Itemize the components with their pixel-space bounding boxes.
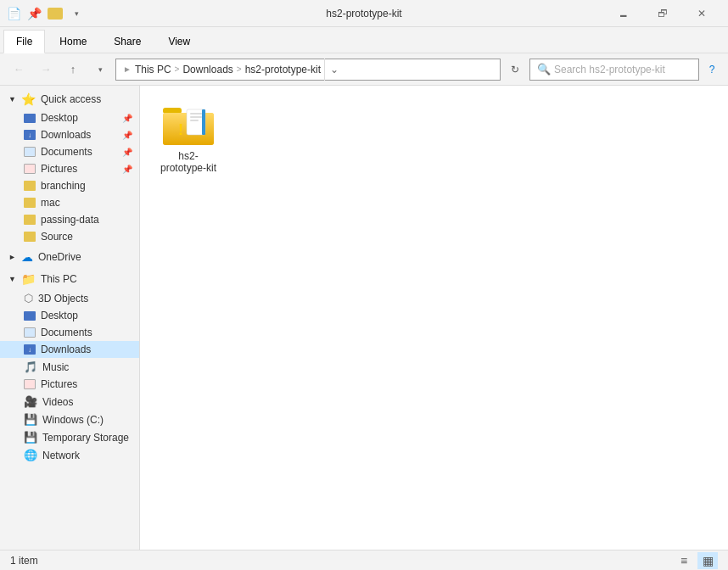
onedrive-header[interactable]: ► ☁ OneDrive <box>0 247 139 267</box>
source-folder-icon <box>24 232 36 242</box>
file-area: ! hs2-prototype-kit <box>140 86 728 550</box>
ribbon-tabs: File Home Share View <box>0 27 728 53</box>
refresh-button[interactable]: ↻ <box>504 59 526 81</box>
sidebar-item-pictures-pc[interactable]: Pictures <box>0 376 139 393</box>
path-sep-1: > <box>175 64 180 74</box>
help-button[interactable]: ? <box>703 59 721 81</box>
pictures-pc-label: Pictures <box>41 378 77 390</box>
thispc-header[interactable]: ▼ 📁 This PC <box>0 269 139 289</box>
dropdown-icon[interactable]: ▾ <box>70 7 83 20</box>
documents-pc-label: Documents <box>41 327 92 338</box>
source-label: Source <box>41 231 73 243</box>
pin-icon: 📌 <box>27 7 41 20</box>
folder-title-icon <box>48 8 63 20</box>
quick-access-header[interactable]: ▼ ⭐ Quick access <box>0 89 139 109</box>
sidebar-item-windows-c[interactable]: 💾 Windows (C:) <box>0 411 139 428</box>
back-button[interactable]: ← <box>7 59 31 81</box>
music-label: Music <box>42 361 69 373</box>
svg-rect-6 <box>190 120 199 121</box>
path-dropdown[interactable]: ⌄ <box>324 59 343 81</box>
file-icon: 📄 <box>7 7 20 20</box>
videos-label: Videos <box>42 396 73 408</box>
sidebar-item-desktop-qa[interactable]: Desktop 📌 <box>0 109 139 126</box>
status-bar: 1 item ≡ ▦ <box>0 550 728 570</box>
pin-indicator-pics: 📌 <box>122 165 132 174</box>
sidebar-item-desktop-pc[interactable]: Desktop <box>0 307 139 324</box>
search-icon: 🔍 <box>537 63 551 75</box>
videos-icon: 🎥 <box>24 395 37 408</box>
tiles-view-button[interactable]: ▦ <box>697 552 718 569</box>
sidebar-item-temp-storage[interactable]: 💾 Temporary Storage <box>0 428 139 446</box>
main-area: ▼ ⭐ Quick access Desktop 📌 ↓ Downloads 📌… <box>0 86 728 550</box>
file-item-label: hs2-prototype-kit <box>157 150 220 174</box>
sidebar-item-documents-qa[interactable]: Documents 📌 <box>0 143 139 160</box>
path-arrow: ► <box>123 64 132 74</box>
downloads-qa-label: Downloads <box>41 129 91 141</box>
path-folder[interactable]: hs2-prototype-kit <box>245 64 321 75</box>
documents-folder-icon <box>24 147 36 157</box>
up-button[interactable]: ↑ <box>61 59 85 81</box>
tab-home[interactable]: Home <box>47 30 99 53</box>
svg-rect-7 <box>202 109 205 135</box>
folder-vscode-icon: ! <box>163 103 214 147</box>
ribbon: File Home Share View <box>0 27 728 53</box>
recent-button[interactable]: ▾ <box>88 59 112 81</box>
sidebar-item-3dobjects[interactable]: ⬡ 3D Objects <box>0 289 139 307</box>
downloads-folder-icon: ↓ <box>24 130 36 140</box>
maximize-button[interactable]: 🗗 <box>643 0 682 27</box>
tab-share[interactable]: Share <box>101 30 154 53</box>
search-placeholder: Search hs2-prototype-kit <box>554 64 665 75</box>
path-downloads[interactable]: Downloads <box>182 64 232 75</box>
quick-access-label: Quick access <box>41 93 101 105</box>
address-path[interactable]: ► This PC > Downloads > hs2-prototype-ki… <box>115 59 501 81</box>
sidebar-item-pictures-qa[interactable]: Pictures 📌 <box>0 160 139 177</box>
sidebar-item-music[interactable]: 🎵 Music <box>0 358 139 376</box>
forward-button[interactable]: → <box>34 59 58 81</box>
desktop-qa-label: Desktop <box>41 112 78 124</box>
sidebar-item-mac[interactable]: mac <box>0 194 139 211</box>
title-bar-icons: 📄 📌 ▾ <box>7 7 83 20</box>
file-item-hs2[interactable]: ! hs2-prototype-kit <box>150 96 227 181</box>
documents-pc-icon <box>24 327 36 338</box>
sidebar-item-network[interactable]: 🌐 Network <box>0 446 139 464</box>
onedrive-icon: ☁ <box>21 250 33 264</box>
network-icon: 🌐 <box>24 449 37 461</box>
drive-icon: 💾 <box>24 413 37 426</box>
quick-access-chevron: ▼ <box>8 95 16 103</box>
branching-folder-icon <box>24 181 36 191</box>
thispc-icon: 📁 <box>21 272 36 286</box>
windows-c-label: Windows (C:) <box>42 414 104 426</box>
temp-storage-label: Temporary Storage <box>42 432 129 444</box>
documents-qa-label: Documents <box>41 146 92 158</box>
window-title: hs2-prototype-kit <box>326 8 401 20</box>
3dobjects-icon: ⬡ <box>24 292 33 305</box>
details-view-button[interactable]: ≡ <box>674 552 694 569</box>
desktop-pc-icon <box>24 311 36 321</box>
thispc-chevron: ▼ <box>8 275 16 283</box>
window-controls: 🗕 🗗 ✕ <box>604 0 721 27</box>
sidebar-item-downloads-pc[interactable]: ↓ Downloads <box>0 341 139 358</box>
minimize-button[interactable]: 🗕 <box>604 0 643 27</box>
view-controls: ≡ ▦ <box>674 552 718 569</box>
passing-data-folder-icon <box>24 215 36 225</box>
pictures-folder-icon <box>24 164 36 174</box>
search-box[interactable]: 🔍 Search hs2-prototype-kit <box>529 59 699 81</box>
svg-rect-5 <box>190 116 202 118</box>
sidebar-item-videos[interactable]: 🎥 Videos <box>0 393 139 411</box>
tab-file[interactable]: File <box>3 30 45 53</box>
tab-view[interactable]: View <box>155 30 203 53</box>
item-count: 1 item <box>10 555 38 567</box>
sidebar-item-source[interactable]: Source <box>0 228 139 245</box>
desktop-pc-label: Desktop <box>41 310 78 321</box>
sidebar-item-documents-pc[interactable]: Documents <box>0 324 139 341</box>
downloads-pc-icon: ↓ <box>24 344 36 355</box>
quick-access-icon: ⭐ <box>21 92 36 106</box>
sidebar-item-branching[interactable]: branching <box>0 177 139 194</box>
sidebar-item-downloads-qa[interactable]: ↓ Downloads 📌 <box>0 126 139 143</box>
sidebar-item-passing-data[interactable]: passing-data <box>0 211 139 228</box>
path-thispc[interactable]: This PC <box>135 64 171 75</box>
close-button[interactable]: ✕ <box>682 0 721 27</box>
pictures-pc-icon <box>24 379 36 389</box>
quick-access-section: ▼ ⭐ Quick access Desktop 📌 ↓ Downloads 📌… <box>0 89 139 245</box>
pictures-qa-label: Pictures <box>41 163 77 175</box>
